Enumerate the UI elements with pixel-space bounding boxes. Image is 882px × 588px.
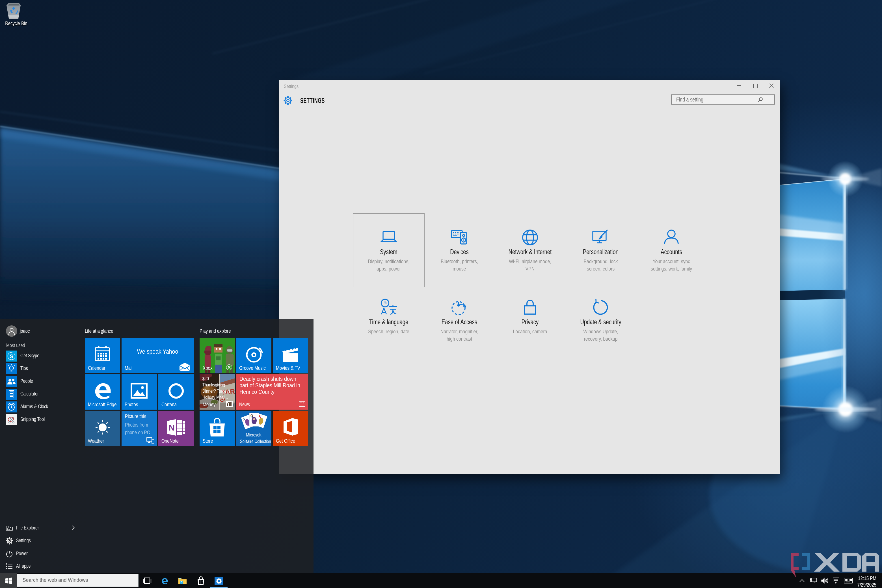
svg-text:S: S [10,353,13,359]
svg-text:N: N [168,423,175,432]
svg-text:Q: Q [250,414,253,418]
